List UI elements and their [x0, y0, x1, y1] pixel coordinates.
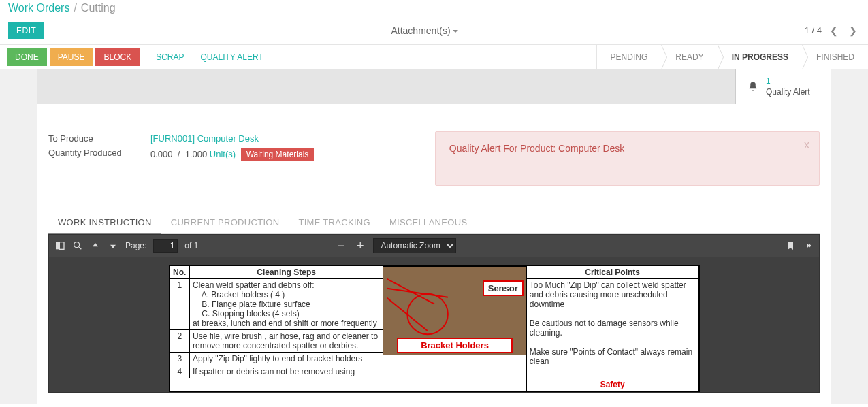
quality-alert-panel: Quality Alert For Product: Computer Desk…	[435, 131, 820, 186]
pause-button[interactable]: PAUSE	[50, 48, 93, 66]
status-bar: DONE PAUSE BLOCK SCRAP QUALITY ALERT PEN…	[0, 45, 868, 69]
waiting-materials-badge: Waiting Materials	[241, 148, 315, 161]
pdf-machine-image: Sensor Bracket Holders	[383, 266, 526, 355]
quality-alert-button[interactable]: QUALITY ALERT	[193, 48, 272, 66]
page-down-icon[interactable]	[108, 240, 118, 251]
to-produce-label: To Produce	[48, 133, 150, 144]
svg-rect-0	[56, 242, 59, 250]
tab-time-tracking[interactable]: TIME TRACKING	[289, 210, 380, 233]
pdf-row3-steps: Apply "Zip Dip" lightly to end of bracke…	[189, 353, 383, 365]
edit-button[interactable]: EDIT	[8, 22, 44, 39]
zoom-out-icon[interactable]: −	[334, 239, 347, 253]
pdf-page-input[interactable]	[153, 239, 178, 253]
bell-icon	[747, 81, 759, 93]
tab-work-instruction[interactable]: WORK INSTRUCTION	[48, 210, 161, 234]
zoom-in-icon[interactable]: +	[354, 239, 367, 253]
pdf-row3-no: 3	[170, 353, 189, 365]
pdf-page-of: of 1	[184, 241, 198, 250]
pager-position: 1 / 4	[805, 25, 822, 35]
quality-alert-stat-label: Quality Alert	[766, 87, 810, 97]
breadcrumb-current: Cutting	[81, 2, 116, 14]
pdf-viewer: Page: of 1 − + Automatic Zoom No.	[48, 234, 820, 393]
pager-next-button[interactable]: ❯	[846, 24, 860, 37]
svg-line-5	[387, 279, 434, 304]
quality-alert-count: 1	[766, 76, 810, 87]
stage-finished[interactable]: FINISHED	[802, 45, 868, 69]
unit-link[interactable]: Unit(s)	[210, 149, 236, 159]
breadcrumb-root[interactable]: Work Orders	[8, 2, 69, 14]
svg-line-3	[79, 247, 81, 249]
tools-icon[interactable]	[803, 240, 814, 251]
svg-line-7	[387, 298, 428, 331]
notebook-tabs: WORK INSTRUCTION CURRENT PRODUCTION TIME…	[48, 210, 820, 234]
quantity-produced-label: Quantity Produced	[48, 148, 150, 161]
svg-point-2	[74, 242, 80, 248]
pdf-safety-label: Safety	[526, 378, 698, 391]
svg-rect-1	[59, 242, 64, 250]
pdf-row4-steps: If spatter or debris can not be removed …	[189, 365, 383, 378]
pdf-critical-points: Too Much "Zip Dip" can collect weld spat…	[526, 279, 698, 378]
zoom-select[interactable]: Automatic Zoom	[373, 238, 456, 253]
attachments-label: Attachment(s)	[391, 25, 450, 36]
svg-point-4	[408, 294, 449, 335]
pager: 1 / 4 ❮ ❯	[805, 24, 860, 37]
pdf-col-critical: Critical Points	[526, 266, 698, 279]
tab-miscellaneous[interactable]: MISCELLANEOUS	[380, 210, 477, 233]
bookmark-icon[interactable]	[785, 240, 796, 251]
attachments-dropdown[interactable]: Attachment(s)	[391, 25, 457, 36]
svg-line-6	[387, 289, 448, 297]
done-button[interactable]: DONE	[7, 48, 47, 66]
quality-alert-text: Quality Alert For Product: Computer Desk	[449, 143, 625, 154]
pager-prev-button[interactable]: ❮	[827, 24, 841, 37]
pdf-row2-no: 2	[170, 330, 189, 353]
pdf-row1-steps: Clean weld spatter and debris off: A. Br…	[189, 279, 383, 330]
page-up-icon[interactable]	[90, 240, 101, 251]
pdf-page: No. Cleaning Steps	[169, 265, 700, 392]
control-bar: EDIT Attachment(s) 1 / 4 ❮ ❯	[0, 16, 868, 45]
block-button[interactable]: BLOCK	[95, 48, 140, 66]
form-sheet: 1 Quality Alert To Produce [FURN001] Com…	[37, 69, 831, 404]
pdf-toolbar: Page: of 1 − + Automatic Zoom	[49, 235, 819, 257]
tab-current-production[interactable]: CURRENT PRODUCTION	[161, 210, 289, 233]
stage-pending[interactable]: PENDING	[596, 45, 662, 69]
to-produce-link[interactable]: [FURN001] Computer Desk	[150, 133, 259, 144]
pdf-row1-no: 1	[170, 279, 189, 330]
pdf-row2-steps: Use file, wire brush , air hose, rag and…	[189, 330, 383, 353]
pdf-sensor-label: Sensor	[483, 280, 524, 296]
quantity-produced-value: 0.000 / 1.000 Unit(s) Waiting Materials	[150, 148, 419, 161]
stage-ready[interactable]: READY	[661, 45, 717, 69]
scrap-button[interactable]: SCRAP	[148, 48, 192, 66]
breadcrumb: Work Orders / Cutting	[0, 0, 868, 16]
pdf-col-steps: Cleaning Steps	[189, 266, 383, 279]
pdf-bracket-holders-label: Bracket Holders	[397, 338, 513, 353]
sidebar-toggle-icon[interactable]	[54, 240, 65, 251]
chevron-down-icon	[453, 30, 458, 33]
pdf-col-no: No.	[170, 266, 189, 279]
pdf-row4-no: 4	[170, 365, 189, 378]
search-icon[interactable]	[72, 240, 83, 251]
stage-indicator: PENDING READY IN PROGRESS FINISHED	[596, 45, 868, 69]
breadcrumb-sep: /	[69, 2, 80, 14]
stage-in-progress[interactable]: IN PROGRESS	[718, 45, 802, 69]
quality-alert-stat-button[interactable]: 1 Quality Alert	[735, 69, 831, 104]
pdf-page-label: Page:	[125, 241, 146, 250]
close-icon[interactable]: x	[804, 139, 809, 151]
